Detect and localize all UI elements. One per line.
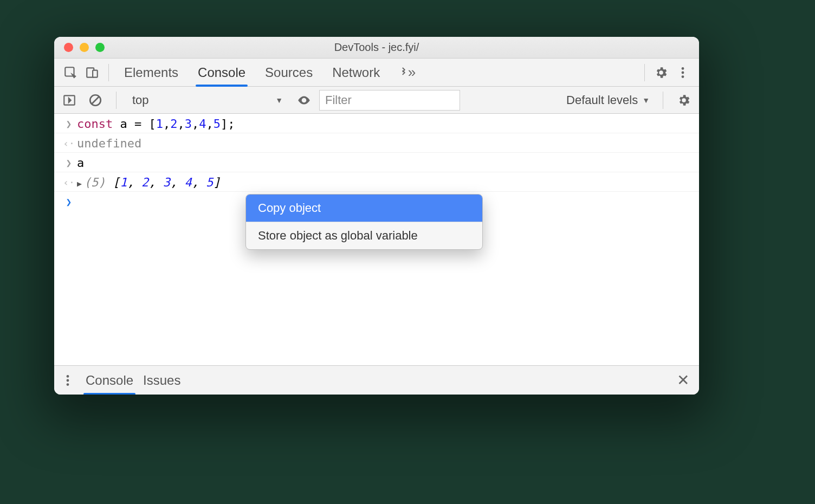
traffic-lights	[64, 43, 105, 52]
console-result-line[interactable]: ‹· undefined	[54, 133, 699, 153]
console-toolbar: top ▼ Filter Default levels ▼	[54, 87, 699, 114]
svg-point-5	[682, 75, 684, 78]
log-levels-label: Default levels	[566, 93, 638, 107]
zoom-window-button[interactable]	[95, 43, 105, 52]
svg-point-4	[682, 71, 684, 74]
settings-gear-icon[interactable]	[650, 62, 672, 83]
dropdown-triangle-icon: ▼	[275, 96, 283, 105]
drawer-tab-console[interactable]: Console	[86, 366, 133, 395]
kebab-menu-icon[interactable]	[672, 62, 694, 83]
context-menu: Copy object Store object as global varia…	[245, 194, 483, 250]
minimize-window-button[interactable]	[80, 43, 89, 52]
device-toolbar-icon[interactable]	[81, 62, 103, 83]
live-expression-eye-icon[interactable]	[293, 89, 315, 111]
expand-triangle-icon[interactable]: ▶	[77, 179, 82, 189]
drawer-tab-issues[interactable]: Issues	[143, 366, 180, 395]
code-text: a	[77, 155, 699, 170]
close-window-button[interactable]	[64, 43, 73, 52]
svg-point-3	[682, 67, 684, 70]
menu-item-copy-object[interactable]: Copy object	[246, 195, 482, 222]
console-settings-gear-icon[interactable]	[673, 89, 695, 111]
filter-input[interactable]: Filter	[319, 90, 460, 111]
close-drawer-icon[interactable]: ✕	[677, 371, 694, 389]
console-input-line[interactable]: ❯ a	[54, 153, 699, 172]
tab-console[interactable]: Console	[198, 59, 245, 86]
output-chevron-icon: ‹·	[63, 177, 75, 188]
inspect-element-icon[interactable]	[60, 62, 81, 83]
console-input-line[interactable]: ❯ const a = [1,2,3,4,5];	[54, 114, 699, 133]
code-text: const a = [1,2,3,4,5];	[77, 116, 699, 131]
drawer-kebab-icon[interactable]	[60, 370, 76, 391]
svg-line-8	[92, 96, 99, 104]
svg-point-10	[67, 379, 69, 382]
devtools-window: DevTools - jec.fyi/ Elements Console Sou…	[54, 37, 699, 395]
svg-rect-2	[93, 70, 98, 77]
menu-item-store-global[interactable]: Store object as global variable	[246, 222, 482, 249]
svg-point-9	[67, 375, 69, 378]
array-result[interactable]: ▶(5) [1, 2, 3, 4, 5]	[77, 175, 699, 189]
divider	[108, 64, 109, 81]
undefined-result: undefined	[77, 135, 699, 150]
input-chevron-icon: ❯	[66, 118, 72, 130]
main-toolbar: Elements Console Sources Network »	[54, 59, 699, 87]
prompt-chevron-icon: ❯	[66, 196, 72, 208]
filter-placeholder: Filter	[325, 93, 352, 107]
tab-network[interactable]: Network	[332, 59, 380, 86]
tab-elements[interactable]: Elements	[124, 59, 178, 86]
divider	[663, 92, 663, 109]
svg-point-11	[67, 383, 69, 386]
window-titlebar: DevTools - jec.fyi/	[54, 37, 699, 59]
context-selector[interactable]: top ▼	[126, 89, 289, 111]
panel-tabs: Elements Console Sources Network »	[124, 59, 416, 86]
context-selector-label: top	[132, 93, 149, 107]
console-output[interactable]: ❯ const a = [1,2,3,4,5]; ‹· undefined ❯ …	[54, 114, 699, 365]
divider	[644, 64, 645, 81]
window-title: DevTools - jec.fyi/	[54, 41, 699, 54]
log-levels-selector[interactable]: Default levels ▼	[566, 93, 650, 107]
more-tabs-icon[interactable]: »	[399, 62, 416, 83]
divider	[116, 92, 117, 109]
tab-sources[interactable]: Sources	[265, 59, 313, 86]
dropdown-triangle-icon: ▼	[642, 96, 650, 105]
console-result-line[interactable]: ‹· ▶(5) [1, 2, 3, 4, 5]	[54, 172, 699, 192]
clear-console-icon[interactable]	[85, 89, 106, 111]
toggle-sidebar-icon[interactable]	[59, 89, 80, 111]
input-chevron-icon: ❯	[66, 157, 72, 169]
drawer-toolbar: Console Issues ✕	[54, 365, 699, 395]
output-chevron-icon: ‹·	[63, 138, 75, 149]
